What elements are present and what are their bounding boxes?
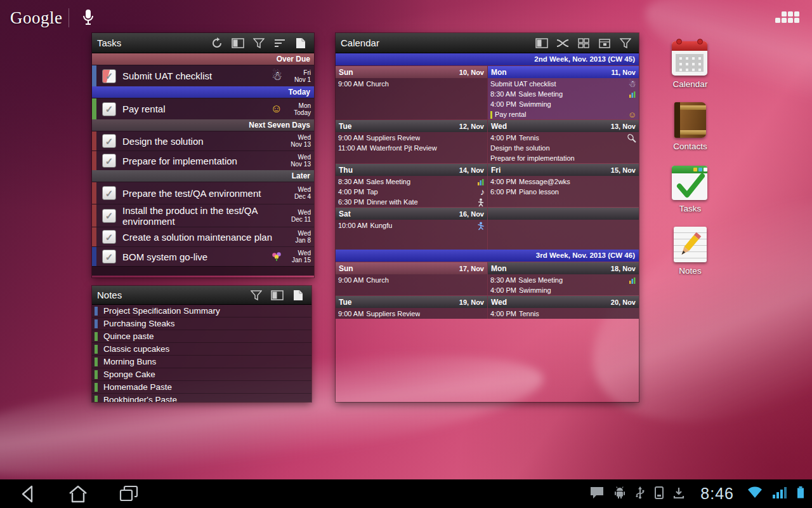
task-checkbox[interactable]: ✓	[102, 250, 116, 264]
task-group-next-seven-days: Next Seven Days	[92, 119, 314, 131]
all-apps-button[interactable]	[774, 10, 801, 24]
note-row[interactable]: Quince paste	[92, 330, 311, 343]
clock[interactable]: 8:46	[700, 485, 734, 503]
grid-view-icon[interactable]	[575, 36, 592, 51]
note-color-bar	[95, 396, 98, 403]
calendar-day-cell[interactable]: Fri 15, Nov 4:00 PMMessage@2wks 6:00 PMP…	[487, 164, 639, 207]
calendar-event[interactable]: Design the solution	[488, 143, 639, 153]
panel-view-icon[interactable]	[269, 288, 285, 303]
task-row[interactable]: ✓ Submit UAT checklist ☃ Fri Nov 1	[92, 65, 314, 86]
panel-view-icon[interactable]	[230, 36, 246, 51]
back-button[interactable]	[8, 479, 47, 508]
task-title: Design the solution	[122, 136, 285, 147]
task-row[interactable]: ✓ Install the product in the test/QA env…	[92, 204, 314, 227]
calendar-day-cell[interactable]: Wed 20, Nov 4:00 PMTennis	[487, 296, 639, 319]
calendar-event[interactable]: 4:00 PMTap♪	[336, 187, 487, 197]
calendar-event[interactable]: 8:30 AMSales Meeting	[488, 89, 639, 99]
google-search-logo[interactable]: Google	[10, 8, 62, 28]
recents-button[interactable]	[109, 479, 148, 508]
calendar-event[interactable]: Submit UAT checklist☃	[488, 79, 639, 89]
chat-bubble-icon[interactable]	[589, 486, 605, 502]
calendar-event[interactable]: Prepare for implementation	[488, 153, 639, 163]
panel-view-icon[interactable]	[534, 36, 550, 51]
calendar-event[interactable]: 4:00 PMTennis	[488, 309, 639, 319]
calendar-event[interactable]: 9:00 AMChurch	[336, 79, 487, 89]
home-button[interactable]	[58, 479, 98, 508]
calendar-day-cell[interactable]: Mon 18, Nov 8:30 AMSales Meeting 4:00 PM…	[487, 262, 639, 295]
calendar-day-cell-today[interactable]: Mon 11, Nov Submit UAT checklist☃ 8:30 A…	[487, 66, 639, 119]
filter-icon[interactable]	[617, 36, 634, 51]
task-checkbox[interactable]: ✓	[102, 154, 116, 168]
calendar-event[interactable]: 4:00 PMSwimming	[488, 99, 639, 109]
bouquet-icon	[272, 252, 282, 262]
note-row[interactable]: Homemade Paste	[92, 381, 311, 394]
usb-connected-icon[interactable]	[635, 486, 645, 502]
calendar-event[interactable]: 9:00 AMSuppliers Review	[336, 309, 487, 319]
calendar-day-cell[interactable]: Sat 16, Nov 10:00 AMKungfu	[336, 208, 487, 250]
task-group-today: Today	[92, 86, 314, 98]
calendar-day-cell[interactable]: Tue 12, Nov 9:00 AMSuppliers Review 11:0…	[336, 120, 487, 163]
calendar-event[interactable]: 9:00 AMChurch	[336, 275, 487, 285]
note-row[interactable]: Project Specification Summary	[92, 305, 311, 318]
calendar-day-cell[interactable]: Sun 17, Nov 9:00 AMChurch	[336, 262, 487, 295]
calendar-event[interactable]: 8:30 AMSales Meeting	[336, 177, 487, 187]
calendar-event[interactable]: 4:00 PMMessage@2wks	[488, 177, 639, 187]
task-checkbox[interactable]: ✓	[102, 186, 116, 200]
day-header: Sat 16, Nov	[336, 208, 487, 220]
battery-icon[interactable]	[797, 486, 804, 501]
sort-icon[interactable]	[272, 36, 288, 51]
task-row[interactable]: ✓ Create a solution maintenance plan Wed…	[92, 227, 314, 246]
note-row[interactable]: Bookbinder's Paste	[92, 394, 311, 402]
shuffle-icon[interactable]	[554, 36, 571, 51]
task-row[interactable]: ✓ Prepare the test/QA environment Wed De…	[92, 182, 314, 204]
home-screen: Google Tasks Over Due ✓ Submit UAT check…	[0, 0, 812, 508]
task-row[interactable]: ✓ Pay rental ☺ Mon Today	[92, 98, 314, 119]
calendar-day-cell[interactable]: Thu 14, Nov 8:30 AMSales Meeting 4:00 PM…	[336, 164, 487, 207]
filter-icon[interactable]	[251, 36, 267, 51]
calendar-day-cell[interactable]: Wed 13, Nov 4:00 PMTennis Design the sol…	[487, 120, 639, 163]
task-row[interactable]: ✓ Prepare for implementation Wed Nov 13	[92, 150, 314, 170]
calendar-day-cell[interactable]: Tue 19, Nov 9:00 AMSuppliers Review	[336, 296, 487, 319]
note-row[interactable]: Sponge Cake	[92, 368, 311, 381]
today-icon[interactable]	[596, 36, 613, 51]
calendar-event[interactable]: 9:00 AMSuppliers Review	[336, 133, 487, 143]
calendar-event[interactable]: 8:30 AMSales Meeting	[488, 275, 639, 285]
voice-search-mic-icon[interactable]	[79, 8, 98, 28]
task-checkbox[interactable]: ✓	[102, 209, 116, 223]
task-checkbox[interactable]: ✓	[102, 102, 116, 116]
note-row[interactable]: Classic cupcakes	[92, 343, 311, 356]
signal-strength-icon[interactable]	[772, 487, 787, 501]
note-title: Quince paste	[103, 331, 154, 341]
calendar-event[interactable]: 6:00 PMPiano lesson	[488, 187, 639, 197]
download-icon[interactable]	[673, 486, 684, 502]
calendar-event[interactable]: Pay rental☺	[488, 109, 639, 119]
android-usb-debug-icon[interactable]	[614, 486, 625, 502]
app-shortcut-contacts[interactable]: Contacts	[664, 102, 717, 151]
task-group-overdue: Over Due	[92, 53, 314, 65]
task-checkbox[interactable]: ✓	[102, 230, 116, 244]
filter-icon[interactable]	[248, 288, 265, 303]
note-color-bar	[95, 370, 98, 379]
calendar-day-cell[interactable]: Sun 10, Nov 9:00 AMChurch	[336, 66, 487, 119]
app-shortcut-notes[interactable]: Notes	[664, 226, 717, 276]
app-shortcut-tasks[interactable]: Tasks	[664, 164, 717, 213]
calendar-event[interactable]: 6:30 PMDinner with Kate	[336, 197, 487, 207]
wifi-icon[interactable]	[747, 486, 763, 501]
note-row[interactable]: Morning Buns	[92, 356, 311, 368]
app-shortcut-calendar[interactable]: Calendar	[664, 39, 717, 89]
storage-device-icon[interactable]	[655, 486, 664, 502]
calendar-event[interactable]: 10:00 AMKungfu	[336, 220, 487, 231]
task-checkbox[interactable]: ✓	[102, 69, 116, 83]
task-row[interactable]: ✓ BOM system go-live Wed Jan 15	[92, 246, 314, 266]
refresh-icon[interactable]	[209, 36, 225, 51]
calendar-event[interactable]: 11:00 AMWaterfront Pjt Review	[336, 143, 487, 153]
task-row[interactable]: ✓ Design the solution Wed Nov 13	[92, 131, 314, 150]
calendar-event[interactable]: 4:00 PMTennis	[488, 133, 639, 143]
note-row[interactable]: Purchasing Steaks	[92, 318, 311, 330]
status-tray[interactable]: 8:46	[589, 485, 812, 503]
priority-bar	[92, 65, 96, 86]
task-checkbox[interactable]: ✓	[102, 134, 116, 148]
new-note-icon[interactable]	[290, 288, 306, 303]
new-task-icon[interactable]	[292, 36, 309, 51]
calendar-event[interactable]: 4:00 PMSwimming	[488, 285, 639, 295]
